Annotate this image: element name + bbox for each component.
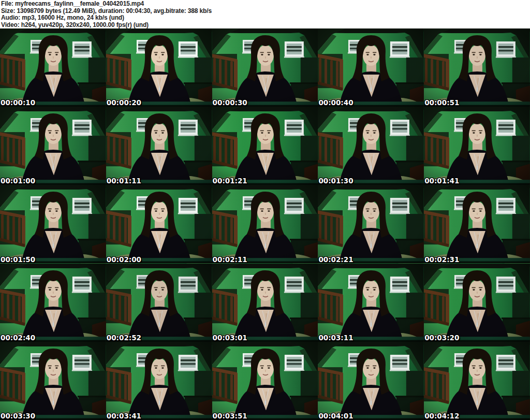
webcam-frame-image bbox=[106, 28, 212, 107]
timestamp-overlay: 00:00:51 bbox=[424, 99, 459, 107]
webcam-frame-image bbox=[318, 185, 424, 263]
timestamp-overlay: 00:03:30 bbox=[1, 412, 35, 420]
webcam-frame-image bbox=[424, 107, 530, 185]
timestamp-overlay: 00:03:41 bbox=[107, 412, 141, 420]
timestamp-overlay: 00:04:12 bbox=[424, 412, 459, 420]
webcam-frame-image bbox=[318, 342, 424, 420]
webcam-frame-image bbox=[106, 264, 212, 342]
timestamp-overlay: 00:02:11 bbox=[213, 256, 247, 264]
video-thumbnail: 00:01:30 bbox=[318, 107, 424, 185]
video-thumbnail: 00:02:11 bbox=[212, 185, 318, 263]
video-thumbnail: 00:00:30 bbox=[212, 28, 318, 107]
timestamp-overlay: 00:01:00 bbox=[1, 177, 35, 185]
video-info-line: Video: h264, yuv420p, 320x240, 1000.00 f… bbox=[1, 22, 530, 29]
webcam-frame-image bbox=[424, 264, 530, 342]
timestamp-overlay: 00:04:01 bbox=[318, 412, 353, 420]
timestamp-overlay: 00:02:52 bbox=[107, 334, 141, 342]
timestamp-overlay: 00:01:41 bbox=[424, 177, 459, 185]
audio-info-line: Audio: mp3, 16000 Hz, mono, 24 kb/s (und… bbox=[1, 15, 530, 22]
timestamp-overlay: 00:02:40 bbox=[1, 334, 35, 342]
media-info-header: File: myfreecams_faylinn__female_0404201… bbox=[0, 0, 530, 28]
timestamp-overlay: 00:03:01 bbox=[213, 334, 247, 342]
timestamp-overlay: 00:00:10 bbox=[1, 99, 35, 107]
video-thumbnail: 00:01:21 bbox=[212, 107, 318, 185]
timestamp-overlay: 00:03:20 bbox=[424, 334, 459, 342]
video-thumbnail: 00:03:41 bbox=[106, 342, 212, 420]
video-thumbnail: 00:03:20 bbox=[424, 264, 530, 342]
video-thumbnail: 00:00:51 bbox=[424, 28, 530, 107]
webcam-frame-image bbox=[424, 342, 530, 420]
webcam-frame-image bbox=[424, 28, 530, 107]
video-thumbnail: 00:02:00 bbox=[106, 185, 212, 263]
timestamp-overlay: 00:01:11 bbox=[107, 177, 141, 185]
webcam-frame-image bbox=[106, 342, 212, 420]
webcam-frame-image bbox=[212, 185, 318, 263]
timestamp-overlay: 00:03:51 bbox=[213, 412, 247, 420]
video-thumbnail: 00:00:20 bbox=[106, 28, 212, 107]
webcam-frame-image bbox=[318, 107, 424, 185]
timestamp-overlay: 00:00:30 bbox=[213, 99, 247, 107]
timestamp-overlay: 00:01:21 bbox=[213, 177, 247, 185]
webcam-frame-image bbox=[318, 264, 424, 342]
webcam-frame-image bbox=[212, 28, 318, 107]
file-info-line: File: myfreecams_faylinn__female_0404201… bbox=[1, 1, 530, 8]
video-thumbnail: 00:03:30 bbox=[0, 342, 106, 420]
video-thumbnail: 00:04:01 bbox=[318, 342, 424, 420]
timestamp-overlay: 00:00:40 bbox=[318, 99, 353, 107]
video-thumbnail: 00:04:12 bbox=[424, 342, 530, 420]
video-thumbnail: 00:01:41 bbox=[424, 107, 530, 185]
webcam-frame-image bbox=[0, 107, 106, 185]
webcam-frame-image bbox=[424, 185, 530, 263]
timestamp-overlay: 00:03:11 bbox=[318, 334, 353, 342]
video-thumbnail: 00:02:21 bbox=[318, 185, 424, 263]
video-thumbnail: 00:02:40 bbox=[0, 264, 106, 342]
timestamp-overlay: 00:01:50 bbox=[1, 256, 35, 264]
webcam-frame-image bbox=[0, 342, 106, 420]
timestamp-overlay: 00:02:21 bbox=[318, 256, 353, 264]
video-thumbnail: 00:01:00 bbox=[0, 107, 106, 185]
webcam-frame-image bbox=[318, 28, 424, 107]
video-contact-sheet: File: myfreecams_faylinn__female_0404201… bbox=[0, 0, 530, 420]
video-thumbnail: 00:00:10 bbox=[0, 28, 106, 107]
video-thumbnail: 00:02:52 bbox=[106, 264, 212, 342]
webcam-frame-image bbox=[0, 28, 106, 107]
video-thumbnail: 00:03:51 bbox=[212, 342, 318, 420]
video-thumbnail: 00:01:11 bbox=[106, 107, 212, 185]
timestamp-overlay: 00:02:31 bbox=[424, 256, 459, 264]
timestamp-overlay: 00:01:30 bbox=[318, 177, 353, 185]
video-thumbnail: 00:02:31 bbox=[424, 185, 530, 263]
webcam-frame-image bbox=[0, 264, 106, 342]
thumbnail-grid: 00:00:10 00:00:20 00:00:30 00:00:40 00:0… bbox=[0, 28, 530, 420]
webcam-frame-image bbox=[212, 264, 318, 342]
video-thumbnail: 00:00:40 bbox=[318, 28, 424, 107]
size-info-line: Size: 13098709 bytes (12.49 MiB), durati… bbox=[1, 8, 530, 15]
timestamp-overlay: 00:00:20 bbox=[107, 99, 141, 107]
webcam-frame-image bbox=[212, 342, 318, 420]
timestamp-overlay: 00:02:00 bbox=[107, 256, 141, 264]
webcam-frame-image bbox=[106, 107, 212, 185]
video-thumbnail: 00:01:50 bbox=[0, 185, 106, 263]
webcam-frame-image bbox=[106, 185, 212, 263]
video-thumbnail: 00:03:01 bbox=[212, 264, 318, 342]
webcam-frame-image bbox=[0, 185, 106, 263]
webcam-frame-image bbox=[212, 107, 318, 185]
video-thumbnail: 00:03:11 bbox=[318, 264, 424, 342]
